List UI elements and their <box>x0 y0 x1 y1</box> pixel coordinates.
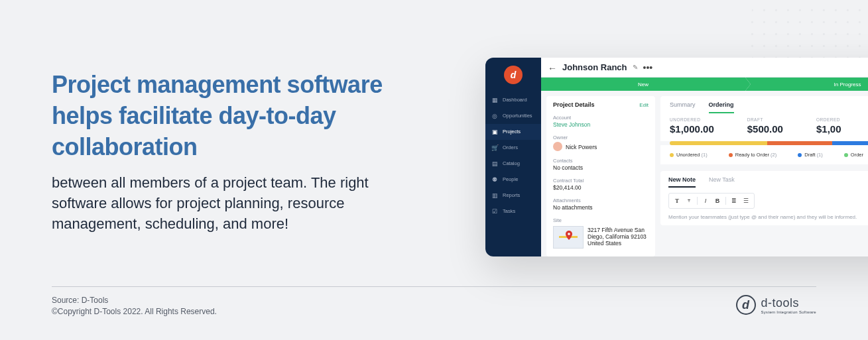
stats-row: UNORDERED $1,000.00 DRAFT $500.00 ORDERE… <box>660 113 868 141</box>
sidebar-item-label: Reports <box>503 193 520 198</box>
stat-unordered: UNORDERED $1,000.00 <box>670 117 714 135</box>
font-family-button[interactable]: T <box>672 196 682 206</box>
progress-step-inprogress[interactable]: In Progress <box>745 78 868 91</box>
project-details-panel: Project Details Edit Account Steve Johns… <box>546 96 655 256</box>
site-address: 3217 Fifth Avenue San Diego, California … <box>588 227 649 247</box>
footer-brand: d d-tools System Integration Software <box>736 295 816 315</box>
sidebar-item-label: Dashboard <box>503 97 527 103</box>
numbered-list-button[interactable]: ☰ <box>741 196 751 206</box>
stat-draft: DRAFT $500.00 <box>747 117 783 135</box>
sidebar-item-projects[interactable]: ▣ Projects <box>485 124 541 140</box>
sidebar-item-label: Orders <box>503 145 518 150</box>
projects-icon: ▣ <box>491 128 499 136</box>
sidebar-item-reports[interactable]: ▥ Reports <box>485 188 541 203</box>
sidebar-item-label: People <box>503 177 518 182</box>
sidebar-item-tasks[interactable]: ☑ Tasks <box>485 203 541 219</box>
italic-button[interactable]: I <box>700 196 711 206</box>
app-sidebar: d ▦ Dashboard ◎ Opportunities ▣ Projects… <box>485 58 541 256</box>
footer-attribution: Source: D-Tools ©Copyright D-Tools 2022.… <box>52 295 217 317</box>
legend-ordered: Order <box>844 152 863 158</box>
progress-step-new[interactable]: New <box>541 78 745 91</box>
target-icon: ◎ <box>491 112 499 120</box>
account-label: Account <box>553 115 649 121</box>
avatar <box>553 142 562 151</box>
reports-icon: ▥ <box>491 192 499 199</box>
sidebar-item-label: Tasks <box>503 209 515 214</box>
legend-draft: Draft (1) <box>798 152 823 158</box>
app-main: ← Johnson Ranch ✎ ••• New In Progress Pr… <box>541 58 868 256</box>
back-arrow-icon[interactable]: ← <box>548 63 557 72</box>
progress-bar: New In Progress <box>541 78 868 91</box>
sidebar-item-label: Opportunities <box>503 113 532 119</box>
dtools-logo-icon: d <box>736 295 756 315</box>
tasks-icon: ☑ <box>491 207 499 215</box>
project-title: Johnson Ranch <box>562 62 627 72</box>
font-size-button[interactable]: ᴛ <box>684 196 694 206</box>
brand-tagline: System Integration Software <box>761 310 816 314</box>
map-pin-icon <box>566 231 572 240</box>
headline: Project management software helps facili… <box>52 70 423 162</box>
account-value[interactable]: Steve Johnson <box>553 121 649 128</box>
svg-point-0 <box>568 233 570 235</box>
sidebar-item-orders[interactable]: 🛒 Orders <box>485 140 541 156</box>
sidebar-item-dashboard[interactable]: ▦ Dashboard <box>485 92 541 108</box>
sidebar-item-people[interactable]: ⚉ People <box>485 172 541 188</box>
dot-icon <box>798 153 802 157</box>
tab-summary[interactable]: Summary <box>670 101 696 113</box>
site-label: Site <box>553 217 649 223</box>
dot-icon <box>670 153 674 157</box>
people-icon: ⚉ <box>491 176 499 184</box>
bold-button[interactable]: B <box>712 196 723 206</box>
app-screenshot: d ▦ Dashboard ◎ Opportunities ▣ Projects… <box>485 58 868 256</box>
sidebar-item-opportunities[interactable]: ◎ Opportunities <box>485 108 541 124</box>
tab-new-task[interactable]: New Task <box>709 176 735 188</box>
bullet-list-button[interactable]: ≣ <box>729 196 739 206</box>
stat-value: $1,00 <box>816 123 841 135</box>
details-heading: Project Details <box>553 101 595 108</box>
more-dots-icon[interactable]: ••• <box>643 62 653 73</box>
editor-toolbar: T ᴛ I B ≣ ☰ <box>668 193 755 209</box>
legend: Unordered (1) Ready to Order (2) Draft (… <box>660 145 868 164</box>
brand-name: d-tools <box>761 296 800 310</box>
stat-label: DRAFT <box>747 117 783 122</box>
title-bar: ← Johnson Ranch ✎ ••• <box>541 58 868 78</box>
contract-value: $20,414.00 <box>553 184 649 191</box>
map-thumbnail[interactable] <box>553 226 584 249</box>
owner-value: Nick Powers <box>566 144 597 150</box>
dot-icon <box>844 153 848 157</box>
editor-placeholder[interactable]: Mention your teammates (just type @ and … <box>668 214 868 220</box>
stat-value: $500.00 <box>747 123 783 135</box>
ordering-tabs: Summary Ordering <box>660 96 868 113</box>
footer-rule <box>52 286 816 287</box>
tab-new-note[interactable]: New Note <box>668 176 696 188</box>
contract-label: Contract Total <box>553 178 649 184</box>
contacts-label: Contacts <box>553 158 649 164</box>
cart-icon: 🛒 <box>491 144 499 152</box>
toolbar-separator <box>725 197 726 205</box>
copyright-line: ©Copyright D-Tools 2022. All Rights Rese… <box>52 306 217 317</box>
sidebar-item-catalog[interactable]: ▤ Catalog <box>485 156 541 172</box>
subtext: between all members of a project team. T… <box>52 173 423 234</box>
stat-value: $1,000.00 <box>670 123 714 135</box>
dot-icon <box>729 153 733 157</box>
source-line: Source: D-Tools <box>52 295 217 306</box>
catalog-icon: ▤ <box>491 160 499 168</box>
sidebar-item-label: Catalog <box>503 161 520 166</box>
edit-link[interactable]: Edit <box>639 102 649 108</box>
stat-label: UNORDERED <box>670 117 714 122</box>
tab-ordering[interactable]: Ordering <box>709 101 734 113</box>
ordering-panel: Summary Ordering UNORDERED $1,000.00 DRA… <box>660 96 868 256</box>
stat-label: ORDERED <box>816 117 841 122</box>
sidebar-item-label: Projects <box>503 129 521 135</box>
attachments-label: Attachments <box>553 198 649 203</box>
contacts-value: No contacts <box>553 164 649 171</box>
toolbar-separator <box>697 197 698 205</box>
owner-label: Owner <box>553 135 649 141</box>
stat-ordered: ORDERED $1,00 <box>816 117 841 135</box>
dashboard-icon: ▦ <box>491 96 499 104</box>
legend-unordered: Unordered (1) <box>670 152 708 158</box>
pencil-icon[interactable]: ✎ <box>633 64 638 71</box>
legend-ready: Ready to Order (2) <box>729 152 777 158</box>
brand-badge[interactable]: d <box>504 66 523 84</box>
attachments-value: No attachments <box>553 204 649 211</box>
